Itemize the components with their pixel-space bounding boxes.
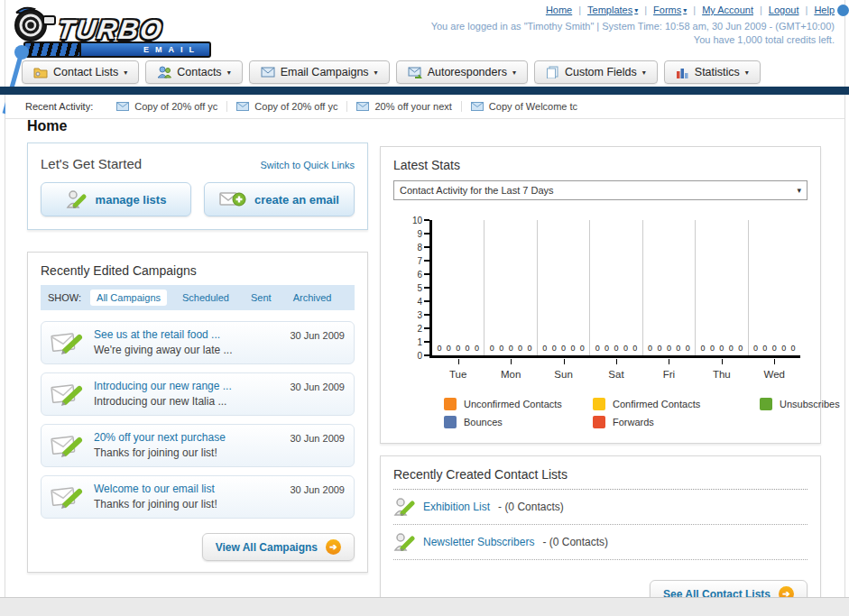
legend-swatch: [593, 398, 605, 410]
campaign-subtitle: Introducing our new Italia ...: [94, 395, 226, 408]
campaign-subtitle: Thanks for joining our list!: [94, 498, 217, 510]
manage-lists-button[interactable]: manage lists: [41, 182, 191, 216]
campaign-edit-icon: [51, 432, 85, 459]
value-labels: 00000: [432, 344, 484, 353]
campaign-date: 30 Jun 2009: [290, 484, 345, 495]
value-label: 0: [475, 344, 479, 353]
legend-label: Unconfirmed Contacts: [464, 399, 562, 409]
session-info: You are logged in as "Timothy Smith" | S…: [431, 20, 835, 47]
campaign-subtitle: Thanks for joining our list!: [94, 446, 217, 459]
campaign-title-link[interactable]: See us at the retail food ...: [94, 328, 281, 341]
legend-item: Unconfirmed Contacts: [444, 398, 593, 410]
campaign-card[interactable]: Welcome to our email list Thanks for joi…: [41, 475, 355, 519]
manage-lists-label: manage lists: [96, 193, 167, 207]
campaign-card[interactable]: See us at the retail food ... We're givi…: [41, 321, 355, 364]
switch-quick-links[interactable]: Switch to Quick Links: [260, 160, 355, 170]
tab-contacts[interactable]: Contacts ▾: [145, 60, 242, 84]
envelope-icon: [471, 102, 484, 111]
recent-activity-bar: Recent Activity: Copy of 20% off yc Copy…: [5, 95, 844, 119]
value-label: 0: [552, 344, 557, 353]
credits-remaining: You have 1,000 total credits left.: [431, 33, 835, 47]
legend-label: Bounces: [464, 417, 503, 428]
view-all-campaigns-button[interactable]: View All Campaigns ➔: [202, 533, 355, 561]
value-label: 0: [518, 344, 522, 353]
campaign-card[interactable]: Introducing our new range ... Introducin…: [41, 372, 355, 416]
recently-created-lists-panel: Recently Created Contact Lists Exhibitio…: [380, 455, 821, 616]
stats-period-select[interactable]: Contact Activity for the Last 7 Days ▾: [393, 180, 807, 200]
tab-autoresponders[interactable]: Autoresponders ▾: [396, 60, 528, 84]
value-label: 0: [527, 344, 531, 353]
nav-link-help[interactable]: Help: [814, 5, 835, 15]
value-labels: 00000: [538, 344, 589, 353]
value-label: 0: [729, 344, 734, 353]
x-axis-tick: [616, 359, 617, 364]
value-label: 0: [614, 344, 618, 353]
x-axis-label: Tue: [432, 369, 484, 380]
contact-list-meta: - (0 Contacts): [542, 536, 608, 548]
nav-link-my-account[interactable]: My Account: [702, 5, 753, 15]
recent-activity-item[interactable]: Copy of Welcome tc: [462, 101, 586, 112]
chart-plot-area: 00000Tue00000Mon00000Sun00000Sat00000Fri…: [429, 220, 800, 358]
x-axis-tick: [774, 359, 775, 364]
nav-link-home[interactable]: Home: [546, 5, 572, 15]
recent-activity-item[interactable]: 20% off your next: [347, 101, 461, 112]
y-axis-tick-label: 7: [417, 256, 422, 266]
custom-fields-pages-icon: [546, 66, 559, 78]
envelope-icon: [116, 102, 129, 111]
tab-custom-fields[interactable]: Custom Fields ▾: [534, 60, 658, 84]
manage-lists-icon: [66, 189, 88, 209]
contact-lists-folder-icon: [33, 66, 48, 78]
chart-group: 00000Sun: [537, 220, 589, 355]
campaign-edit-icon: [51, 381, 85, 408]
contact-list-item[interactable]: Newsletter Subscribers - (0 Contacts): [393, 525, 807, 560]
tab-statistics[interactable]: Statistics ▾: [664, 60, 761, 84]
contact-list-item[interactable]: Exhibition List - (0 Contacts): [393, 490, 807, 525]
campaign-title-link[interactable]: Welcome to our email list: [94, 483, 281, 495]
campaign-subtitle: We're giving away our late ...: [94, 344, 232, 356]
legend-swatch: [444, 416, 457, 428]
chevron-down-icon: ▾: [797, 186, 801, 195]
campaign-title-link[interactable]: 20% off your next purchase: [94, 431, 281, 444]
recent-activity-item[interactable]: Copy of 20% off yc: [107, 101, 227, 112]
y-axis-tick-label: 2: [417, 324, 422, 334]
y-axis-tick-label: 6: [417, 270, 422, 280]
nav-link-logout[interactable]: Logout: [769, 5, 799, 15]
value-label: 0: [623, 344, 628, 353]
contact-list-edit-icon: [393, 531, 415, 553]
view-all-campaigns-label: View All Campaigns: [216, 541, 318, 554]
contact-list-link[interactable]: Exhibition List: [423, 501, 490, 513]
filter-archived[interactable]: Archived: [287, 290, 338, 306]
recently-edited-campaigns-panel: Recently Edited Campaigns SHOW: All Camp…: [27, 252, 368, 573]
turbo-email-app: TURBO EMAIL Home| Templates▾| Forms▾| My…: [0, 0, 849, 616]
right-column: Latest Stats Contact Activity for the La…: [380, 146, 821, 616]
filter-scheduled[interactable]: Scheduled: [176, 290, 235, 306]
value-label: 0: [719, 344, 724, 353]
recent-activity-item[interactable]: Copy of 20% off yc: [227, 101, 347, 112]
nav-link-forms[interactable]: Forms▾: [653, 5, 687, 15]
contact-list-link[interactable]: Newsletter Subscribers: [423, 536, 534, 548]
value-label: 0: [490, 344, 494, 353]
campaign-card[interactable]: 20% off your next purchase Thanks for jo…: [41, 424, 355, 467]
value-label: 0: [499, 344, 503, 353]
value-label: 0: [738, 344, 743, 353]
value-label: 0: [648, 344, 652, 353]
tab-label: Autoresponders: [428, 66, 507, 78]
legend-item: Forwards: [593, 416, 760, 428]
y-axis-tick-label: 9: [417, 229, 422, 239]
tab-email-campaigns[interactable]: Email Campaigns ▾: [249, 60, 390, 84]
filter-sent[interactable]: Sent: [245, 290, 278, 306]
value-label: 0: [604, 344, 609, 353]
tab-contact-lists[interactable]: Contact Lists ▾: [22, 60, 139, 84]
nav-link-templates[interactable]: Templates▾: [587, 5, 638, 15]
app-logo[interactable]: TURBO EMAIL: [11, 4, 205, 58]
value-label: 0: [447, 344, 451, 353]
value-label: 0: [701, 344, 706, 353]
campaign-title-link[interactable]: Introducing our new range ...: [94, 380, 281, 392]
campaign-filter-bar: SHOW: All Campaigns Scheduled Sent Archi…: [41, 285, 355, 310]
filter-all-campaigns[interactable]: All Campaigns: [90, 290, 167, 306]
footer-band: [0, 597, 849, 616]
contact-activity-chart: 012345678910 00000Tue00000Mon00000Sun000…: [393, 220, 807, 358]
login-status: You are logged in as "Timothy Smith" | S…: [431, 20, 835, 33]
get-started-panel: Let's Get Started Switch to Quick Links …: [27, 143, 368, 230]
create-email-button[interactable]: create an email: [204, 182, 355, 216]
